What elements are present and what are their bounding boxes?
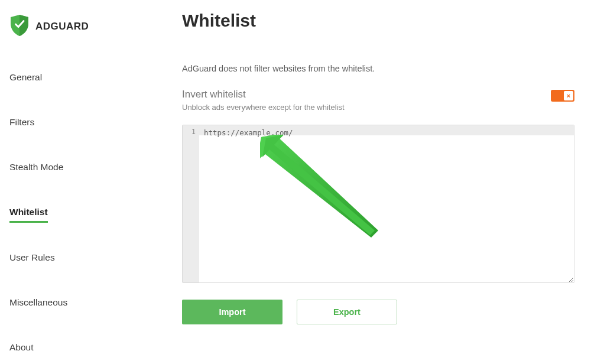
invert-whitelist-subtitle: Unblock ads everywhere except for the wh… — [182, 103, 345, 112]
sidebar-item-about[interactable]: About — [9, 337, 34, 358]
sidebar-item-general[interactable]: General — [9, 67, 42, 87]
close-icon: × — [567, 93, 570, 99]
editor-content[interactable]: https://example.com/ — [199, 125, 574, 282]
editor-line-1: https://example.com/ — [204, 128, 569, 138]
main-panel: Whitelist AdGuard does not filter websit… — [154, 0, 591, 364]
sidebar-nav: General Filters Stealth Mode Whitelist U… — [9, 67, 144, 364]
invert-text-block: Invert whitelist Unblock ads everywhere … — [182, 89, 345, 112]
sidebar-item-stealth-mode[interactable]: Stealth Mode — [9, 157, 63, 177]
toggle-knob: × — [564, 91, 573, 100]
invert-whitelist-title: Invert whitelist — [182, 89, 345, 100]
invert-whitelist-toggle[interactable]: × — [551, 90, 574, 102]
page-description: AdGuard does not filter websites from th… — [182, 64, 574, 73]
shield-check-icon — [9, 14, 30, 39]
action-buttons: Import Export — [182, 300, 574, 324]
brand-name: ADGUARD — [35, 21, 89, 32]
sidebar-item-miscellaneous[interactable]: Miscellaneous — [9, 292, 67, 313]
editor-gutter: 1 — [183, 125, 199, 282]
whitelist-editor[interactable]: 1 https://example.com/ — [182, 125, 574, 283]
sidebar-item-filters[interactable]: Filters — [9, 112, 34, 132]
sidebar: ADGUARD General Filters Stealth Mode Whi… — [0, 0, 154, 364]
invert-whitelist-row: Invert whitelist Unblock ads everywhere … — [182, 89, 574, 112]
brand-logo-row: ADGUARD — [9, 14, 144, 39]
sidebar-item-whitelist[interactable]: Whitelist — [9, 202, 48, 223]
sidebar-item-user-rules[interactable]: User Rules — [9, 248, 55, 268]
page-title: Whitelist — [182, 11, 574, 31]
export-button[interactable]: Export — [297, 300, 397, 324]
line-number: 1 — [183, 128, 196, 136]
import-button[interactable]: Import — [182, 300, 282, 324]
